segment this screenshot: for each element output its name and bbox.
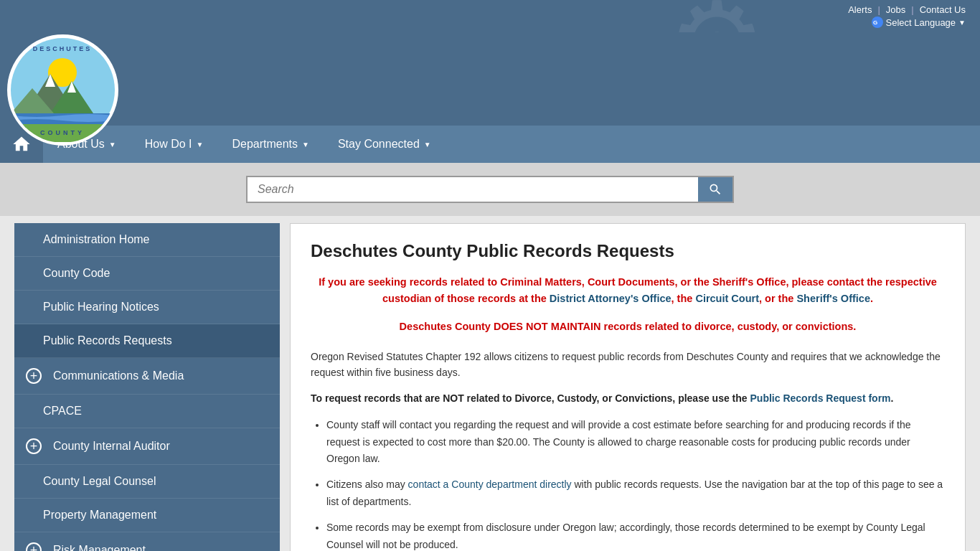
nav-departments[interactable]: Departments ▼ xyxy=(217,126,324,163)
sep2: | xyxy=(911,4,913,15)
contact-dept-link[interactable]: contact a County department directly xyxy=(408,479,572,490)
sidebar-item-risk-mgmt[interactable]: + Risk Management xyxy=(14,532,280,551)
google-icon: G xyxy=(872,17,883,28)
contact-link[interactable]: Contact Us xyxy=(920,4,966,15)
nav-stay-connected[interactable]: Stay Connected ▼ xyxy=(324,126,446,163)
bullet-list: County staff will contact you regarding … xyxy=(326,417,945,551)
sidebar-item-internal-auditor[interactable]: + County Internal Auditor xyxy=(14,428,280,465)
sidebar-item-communications[interactable]: + Communications & Media xyxy=(14,358,280,395)
about-arrow: ▼ xyxy=(109,141,116,149)
plus-icon-communications: + xyxy=(26,368,42,384)
sidebar: Administration Home County Code Public H… xyxy=(14,223,280,551)
main-content: Deschutes County Public Records Requests… xyxy=(290,223,966,551)
language-arrow: ▼ xyxy=(958,19,966,27)
sidebar-item-public-hearing[interactable]: Public Hearing Notices xyxy=(14,291,280,324)
bullet-contact: Citizens also may contact a County depar… xyxy=(326,476,945,511)
warning-no-maintain: Deschutes County DOES NOT MAINTAIN recor… xyxy=(311,319,945,335)
alerts-link[interactable]: Alerts xyxy=(848,4,872,15)
search-button[interactable] xyxy=(698,177,732,202)
para-ors: Oregon Revised Statutes Chapter 192 allo… xyxy=(311,349,945,381)
sidebar-item-public-records[interactable]: Public Records Requests xyxy=(14,324,280,358)
da-office-link[interactable]: District Attorney's Office xyxy=(550,293,672,304)
stay-arrow: ▼ xyxy=(424,141,431,149)
jobs-link[interactable]: Jobs xyxy=(886,4,905,15)
howdo-arrow: ▼ xyxy=(197,141,204,149)
nav-howdo[interactable]: How Do I ▼ xyxy=(131,126,218,163)
plus-icon-risk: + xyxy=(26,542,42,551)
svg-text:COUNTY: COUNTY xyxy=(40,129,85,136)
circuit-court-link[interactable]: Circuit Court xyxy=(695,293,759,304)
sep1: | xyxy=(877,4,880,15)
departments-arrow: ▼ xyxy=(302,141,309,149)
sidebar-item-cpace[interactable]: CPACE xyxy=(14,395,280,428)
public-records-form-link[interactable]: Public Records Request form xyxy=(750,392,891,404)
sidebar-item-legal-counsel[interactable]: County Legal Counsel xyxy=(14,465,280,499)
page-title: Deschutes County Public Records Requests xyxy=(311,241,945,261)
para-request-form: To request records that are NOT related … xyxy=(311,390,945,406)
sidebar-item-admin-home[interactable]: Administration Home xyxy=(14,223,280,257)
language-selector[interactable]: Select Language xyxy=(886,17,956,28)
bullet-exempt: Some records may be exempt from disclosu… xyxy=(326,519,945,551)
plus-icon-auditor: + xyxy=(26,438,42,454)
county-logo[interactable]: DESCHUTES COUNTY xyxy=(7,34,118,146)
sheriff-office-link[interactable]: Sheriff's Office xyxy=(796,293,870,304)
warning-criminal: If you are seeking records related to Cr… xyxy=(311,274,945,307)
svg-text:G: G xyxy=(873,19,877,26)
sidebar-item-county-code[interactable]: County Code xyxy=(14,257,280,291)
bullet-cost: County staff will contact you regarding … xyxy=(326,417,945,468)
search-bar xyxy=(0,163,980,216)
main-layout: Administration Home County Code Public H… xyxy=(0,216,980,551)
search-input[interactable] xyxy=(248,177,698,202)
svg-text:DESCHUTES: DESCHUTES xyxy=(33,45,93,52)
sidebar-item-property-mgmt[interactable]: Property Management xyxy=(14,499,280,532)
